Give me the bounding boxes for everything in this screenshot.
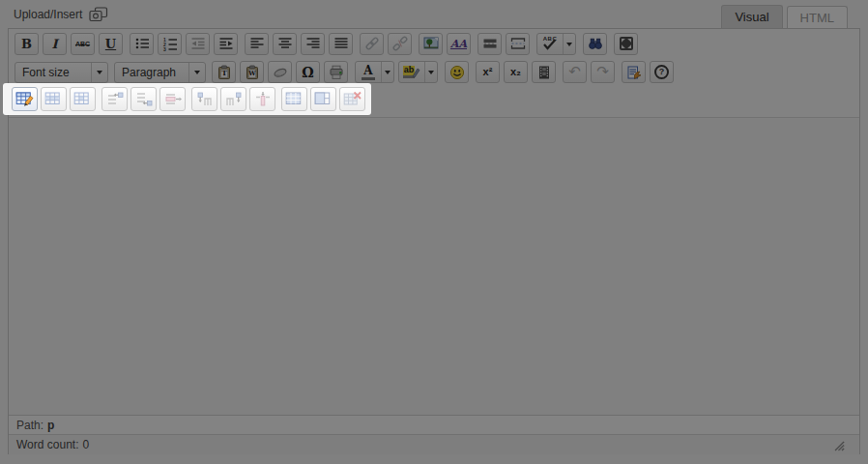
strikethrough-button[interactable]: ABC	[71, 33, 95, 55]
merge-cells-button[interactable]	[310, 87, 336, 111]
paragraph-label: Paragraph	[115, 66, 188, 79]
upload-insert-label: Upload/Insert	[14, 8, 82, 21]
svg-text:W: W	[247, 70, 256, 77]
word-count-bar: Word count: 0	[9, 434, 859, 454]
insert-row-before-icon	[105, 91, 125, 107]
text-color-button[interactable]: A	[355, 61, 394, 83]
font-size-label: Font size	[15, 66, 91, 79]
tab-visual-label: Visual	[735, 10, 768, 24]
highlight-color-button[interactable]: ab	[398, 61, 438, 83]
outdent-button[interactable]	[186, 33, 210, 55]
toolbar-row-1: B I ABC U 1 2 3	[9, 29, 859, 58]
paste-from-word-button[interactable]: W	[240, 61, 264, 83]
highlight-color-dropdown[interactable]	[424, 62, 437, 82]
resize-grip-icon[interactable]	[831, 439, 846, 451]
row-properties-icon	[44, 91, 64, 107]
align-justify-button[interactable]	[329, 33, 353, 55]
edit-attributes-button[interactable]	[622, 61, 646, 83]
table-cell-properties-button[interactable]	[70, 87, 96, 111]
page-break-button[interactable]	[506, 33, 530, 55]
caret-down-icon	[97, 71, 102, 77]
caret-down-icon	[385, 71, 391, 77]
redo-button[interactable]: ↷	[591, 61, 615, 83]
emoticons-button[interactable]	[445, 61, 469, 83]
svg-text:3: 3	[163, 46, 166, 51]
table-row-properties-button[interactable]	[41, 87, 67, 111]
align-left-button[interactable]	[245, 33, 269, 55]
align-right-icon	[305, 36, 321, 51]
paragraph-select[interactable]: Paragraph	[114, 62, 206, 83]
more-tag-button[interactable]	[477, 33, 502, 55]
tab-html[interactable]: HTML	[787, 6, 848, 28]
caret-down-icon	[566, 43, 572, 49]
insert-column-after-icon	[224, 91, 244, 107]
insert-table-icon	[15, 91, 35, 107]
table-toolbar-highlight	[3, 83, 371, 115]
subscript-button[interactable]: x₂	[504, 61, 528, 83]
tab-visual[interactable]: Visual	[721, 5, 782, 28]
align-group	[245, 33, 353, 55]
delete-column-button[interactable]	[249, 87, 275, 111]
bold-button[interactable]: B	[14, 33, 39, 55]
find-button[interactable]	[583, 33, 607, 55]
fullscreen-button[interactable]	[614, 33, 638, 55]
delete-table-icon	[343, 91, 362, 107]
add-media-icon[interactable]	[89, 7, 108, 22]
unlink-button[interactable]	[388, 33, 412, 55]
font-size-select[interactable]: Font size	[14, 62, 108, 83]
indent-button[interactable]	[214, 33, 238, 55]
align-right-button[interactable]	[301, 33, 325, 55]
delete-row-icon	[163, 91, 183, 107]
insert-row-before-button[interactable]	[101, 87, 128, 111]
italic-icon: I	[51, 38, 57, 50]
remove-formatting-button[interactable]	[268, 61, 292, 83]
italic-button[interactable]: I	[43, 33, 67, 55]
fullscreen-group	[614, 33, 638, 55]
caret-down-icon	[428, 71, 434, 77]
misc-group: ?	[622, 61, 674, 83]
print-button[interactable]	[324, 61, 348, 83]
align-center-button[interactable]	[273, 33, 297, 55]
undo-button[interactable]: ↶	[563, 61, 587, 83]
spellcheck-dropdown[interactable]	[563, 34, 575, 54]
underline-button[interactable]: U	[99, 33, 123, 55]
word-count-value: 0	[82, 438, 89, 451]
spellcheck-main: ABC	[537, 34, 563, 54]
image-tree-icon	[423, 36, 439, 51]
insert-column-after-button[interactable]	[220, 87, 246, 111]
bullet-list-button[interactable]	[130, 33, 154, 55]
paste-as-text-button[interactable]: T	[212, 61, 236, 83]
insert-row-after-button[interactable]	[130, 87, 157, 111]
history-group: ↶ ↷	[563, 61, 615, 83]
path-value: p	[47, 419, 54, 432]
insert-media-button[interactable]	[532, 61, 556, 83]
printer-icon	[329, 65, 344, 80]
delete-row-button[interactable]	[159, 87, 186, 111]
style-properties-button[interactable]: AA	[447, 33, 471, 55]
superscript-button[interactable]: x²	[476, 61, 500, 83]
paragraph-dropdown[interactable]	[188, 63, 205, 82]
text-color-dropdown[interactable]	[381, 62, 393, 82]
spellcheck-button[interactable]: ABC	[536, 33, 576, 55]
split-cells-button[interactable]	[281, 87, 307, 111]
split-cells-icon	[285, 91, 304, 107]
editor-content-area[interactable]	[9, 117, 859, 415]
help-icon: ?	[654, 65, 669, 79]
fullscreen-icon	[619, 36, 634, 51]
delete-table-button[interactable]	[339, 87, 365, 111]
insert-edit-table-button[interactable]	[12, 87, 38, 111]
insert-image-button[interactable]	[419, 33, 443, 55]
cell-properties-icon	[73, 91, 93, 107]
special-character-button[interactable]: Ω	[296, 61, 320, 83]
insert-link-button[interactable]	[360, 33, 384, 55]
insert-column-before-button[interactable]	[191, 87, 217, 111]
underline-icon: U	[105, 38, 116, 50]
insert-row-after-icon	[134, 91, 154, 107]
eraser-icon	[273, 65, 288, 80]
list-indent-group: 1 2 3	[130, 33, 238, 55]
font-size-dropdown[interactable]	[91, 63, 107, 82]
numbered-list-button[interactable]: 1 2 3	[158, 33, 182, 55]
search-group	[583, 33, 607, 55]
upload-insert: Upload/Insert	[14, 7, 108, 22]
help-button[interactable]: ?	[650, 61, 674, 83]
